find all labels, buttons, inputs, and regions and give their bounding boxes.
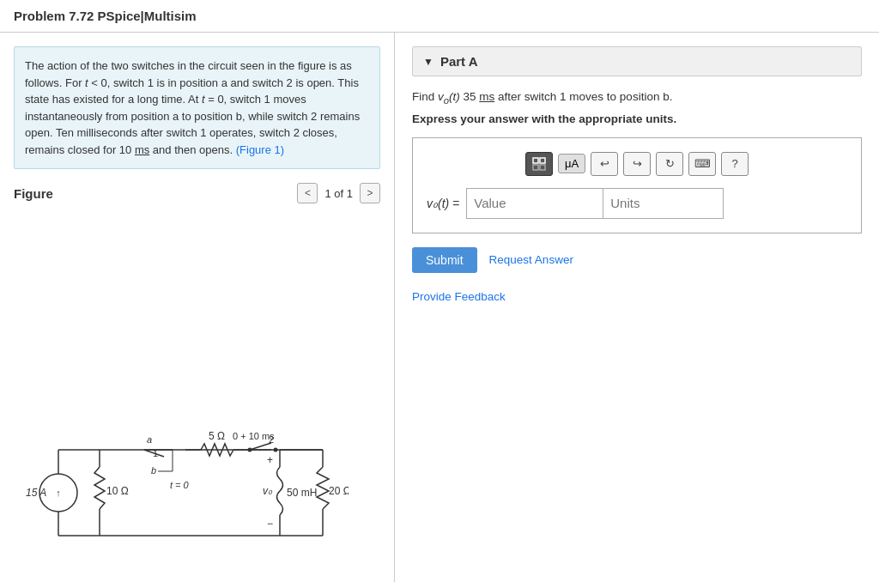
svg-text:+: + <box>267 454 273 466</box>
svg-text:2: 2 <box>269 434 274 445</box>
problem-title: Problem 7.72 PSpice|Multisim <box>14 9 197 23</box>
svg-rect-37 <box>533 158 538 163</box>
next-figure-button[interactable]: > <box>360 183 380 203</box>
svg-text:50 mH: 50 mH <box>287 487 317 499</box>
undo-button[interactable]: ↩ <box>591 152 618 176</box>
unit-label: μA <box>565 157 579 170</box>
figure-label-row: Figure < 1 of 1 > <box>14 183 380 203</box>
refresh-button[interactable]: ↻ <box>656 152 683 176</box>
redo-icon: ↪ <box>633 157 642 170</box>
collapse-arrow-icon[interactable]: ▼ <box>423 56 433 68</box>
svg-rect-40 <box>540 165 545 170</box>
help-button[interactable]: ? <box>721 152 749 176</box>
svg-rect-38 <box>540 158 545 163</box>
submit-button[interactable]: Submit <box>412 247 477 273</box>
help-icon: ? <box>731 157 737 170</box>
undo-icon: ↩ <box>600 157 609 170</box>
matrix-button[interactable] <box>525 152 553 176</box>
svg-text:15 A: 15 A <box>26 487 46 499</box>
svg-point-25 <box>274 448 278 452</box>
problem-description: The action of the two switches in the ci… <box>25 59 360 156</box>
svg-text:t = 0: t = 0 <box>170 480 190 490</box>
svg-text:b: b <box>151 465 156 476</box>
circuit-diagram: ↑ 15 A 10 Ω a <box>14 210 380 568</box>
page-indicator: 1 of 1 <box>324 187 353 200</box>
redo-button[interactable]: ↪ <box>623 152 651 176</box>
request-answer-link[interactable]: Request Answer <box>489 253 573 266</box>
page-title: Problem 7.72 PSpice|Multisim <box>0 0 879 33</box>
refresh-icon: ↻ <box>665 157 675 170</box>
problem-text-box: The action of the two switches in the ci… <box>14 46 380 169</box>
equation-label: v₀(t) = <box>427 197 459 210</box>
svg-text:−: − <box>267 518 273 530</box>
figure-area: Figure < 1 of 1 > ↑ 15 A <box>14 183 380 568</box>
answer-box: μA ↩ ↪ ↻ ⌨ ? <box>412 137 862 233</box>
keyboard-button[interactable]: ⌨ <box>688 152 716 176</box>
svg-text:5 Ω: 5 Ω <box>209 430 225 442</box>
svg-text:a: a <box>147 434 152 445</box>
prev-figure-button[interactable]: < <box>297 183 318 203</box>
part-header: ▼ Part A <box>412 46 862 76</box>
circuit-svg: ↑ 15 A 10 Ω a <box>14 424 349 561</box>
figure-nav: < 1 of 1 > <box>297 183 380 203</box>
unit-mu-button[interactable]: μA <box>558 154 585 173</box>
svg-text:20 Ω: 20 Ω <box>329 485 349 497</box>
value-input[interactable] <box>466 188 603 219</box>
answer-instruction: Express your answer with the appropriate… <box>412 112 862 125</box>
svg-text:↑: ↑ <box>56 488 61 498</box>
figure-link[interactable]: (Figure 1) <box>236 143 284 156</box>
question-text: Find vo(t) 35 ms after switch 1 moves to… <box>412 90 862 106</box>
svg-text:10 Ω: 10 Ω <box>106 485 129 497</box>
toolbar-row: μA ↩ ↪ ↻ ⌨ ? <box>427 152 847 176</box>
figure-label: Figure <box>14 186 53 201</box>
units-input[interactable] <box>603 188 724 219</box>
svg-text:v₀: v₀ <box>263 485 273 497</box>
matrix-icon <box>532 157 546 171</box>
feedback-link[interactable]: Provide Feedback <box>412 290 862 303</box>
svg-rect-39 <box>533 165 538 170</box>
left-panel: The action of the two switches in the ci… <box>0 33 395 582</box>
part-label: Part A <box>440 54 478 69</box>
right-panel: ▼ Part A Find vo(t) 35 ms after switch 1… <box>395 33 879 582</box>
main-layout: The action of the two switches in the ci… <box>0 33 879 582</box>
input-row: v₀(t) = <box>427 188 847 219</box>
keyboard-icon: ⌨ <box>694 157 711 170</box>
svg-point-24 <box>248 448 252 452</box>
action-row: Submit Request Answer <box>412 247 862 273</box>
